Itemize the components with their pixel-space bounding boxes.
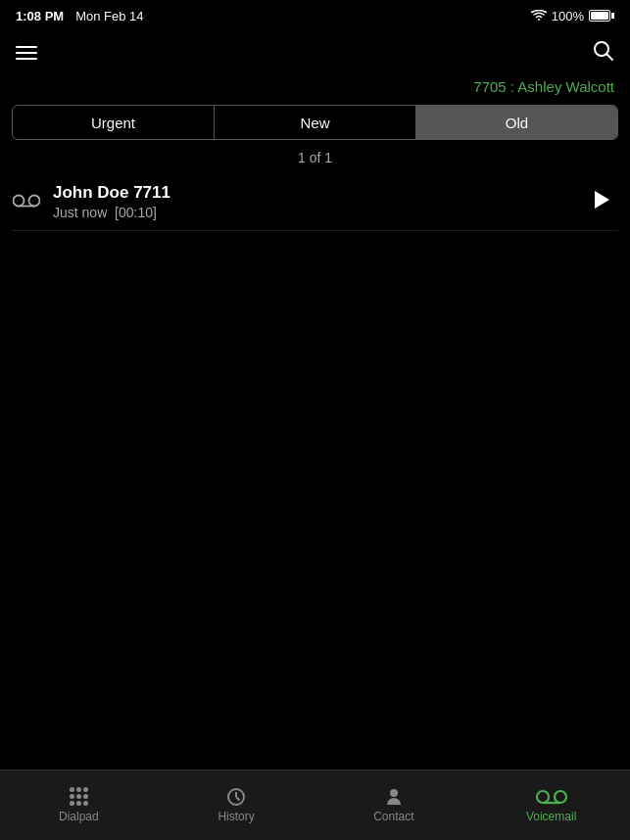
tab-voicemail[interactable]: Voicemail	[472, 780, 630, 831]
svg-line-1	[607, 54, 613, 60]
extension-label: 7705 : Ashley Walcott	[0, 74, 630, 99]
tab-dialpad[interactable]: Dialpad	[0, 779, 158, 831]
svg-point-6	[537, 791, 549, 803]
status-bar: 1:08 PM Mon Feb 14 100%	[0, 0, 630, 31]
nav-bar	[0, 31, 630, 74]
message-info: John Doe 7711 Just now [00:10]	[53, 183, 573, 220]
status-time: 1:08 PM	[16, 9, 64, 23]
tab-voicemail-label: Voicemail	[526, 810, 576, 823]
tab-dialpad-label: Dialpad	[59, 810, 99, 823]
dialpad-icon	[70, 787, 88, 806]
message-list: John Doe 7711 Just now [00:10]	[0, 173, 630, 231]
tab-bar: Dialpad History Contact Voicemail	[0, 770, 630, 840]
wifi-icon	[531, 10, 547, 22]
svg-marker-5	[595, 191, 609, 209]
page-counter: 1 of 1	[0, 146, 630, 173]
voicemail-tape-icon	[12, 191, 41, 213]
table-row: John Doe 7711 Just now [00:10]	[12, 173, 618, 231]
svg-point-2	[14, 195, 24, 206]
segment-urgent[interactable]: Urgent	[13, 106, 215, 139]
play-button[interactable]	[585, 186, 618, 218]
message-name: John Doe 7711	[53, 183, 573, 203]
segment-control: Urgent New Old	[12, 105, 618, 140]
segment-new[interactable]: New	[215, 106, 416, 139]
tab-history-label: History	[218, 810, 254, 823]
battery-icon	[589, 10, 614, 22]
clock-icon	[227, 788, 245, 806]
svg-point-3	[29, 195, 40, 206]
menu-button[interactable]	[12, 42, 41, 64]
search-button[interactable]	[589, 36, 618, 70]
person-icon	[385, 788, 403, 806]
status-date: Mon Feb 14	[75, 9, 143, 23]
tab-history[interactable]: History	[158, 780, 315, 831]
voicemail-tab-icon	[536, 788, 567, 806]
segment-old[interactable]: Old	[416, 106, 617, 139]
tab-contact-label: Contact	[373, 810, 413, 823]
message-time: Just now [00:10]	[53, 205, 573, 220]
tab-contact[interactable]: Contact	[315, 780, 473, 831]
battery-percentage: 100%	[552, 9, 584, 23]
svg-point-7	[555, 791, 566, 803]
